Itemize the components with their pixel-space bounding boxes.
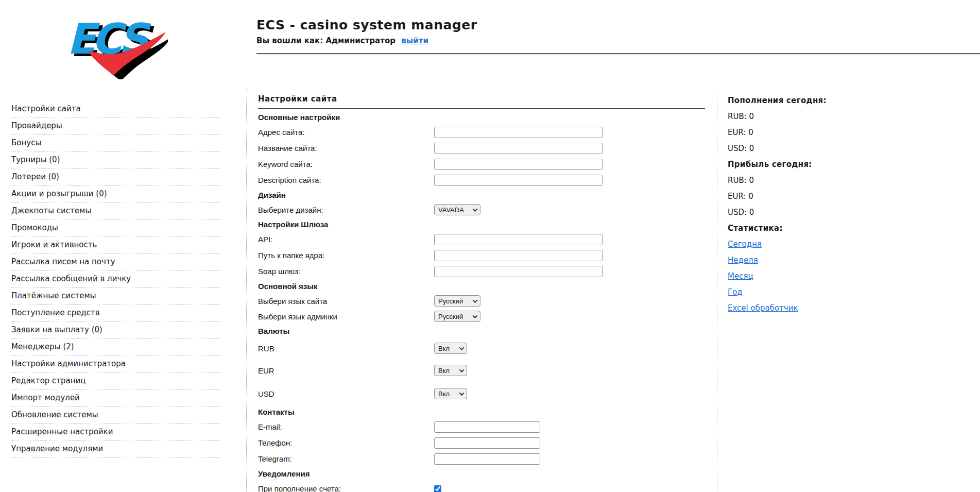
api-input[interactable] xyxy=(434,234,603,245)
chevron-down-icon xyxy=(459,345,465,350)
field-label: EUR xyxy=(258,366,434,375)
login-status: Вы вошли как: Администратор выйти xyxy=(256,36,477,45)
sidebar-item-providers[interactable]: Провайдеры xyxy=(11,117,220,134)
form-row: При пополнение счета: xyxy=(258,481,717,492)
form-row: API: xyxy=(258,231,717,247)
site-language-select[interactable]: Русский xyxy=(434,295,480,307)
soap-gateway-input[interactable] xyxy=(434,266,603,277)
statistics-heading: Статистика: xyxy=(728,220,980,236)
chevron-down-icon xyxy=(473,207,478,212)
sidebar-item-players[interactable]: Игроки и активность xyxy=(11,236,220,253)
stats-link-today[interactable]: Сегодня xyxy=(728,240,762,249)
section-heading-gateway: Настройки Шлюза xyxy=(258,217,717,231)
design-select[interactable]: VAVADA xyxy=(434,204,480,215)
deposits-eur-value: EUR: 0 xyxy=(728,124,980,140)
email-input[interactable] xyxy=(434,421,540,433)
sidebar-item-managers[interactable]: Менеджеры (2) xyxy=(11,338,220,355)
site-name-input[interactable] xyxy=(434,143,603,154)
stats-link-week[interactable]: Неделя xyxy=(728,256,758,265)
form-row: EUR Вкл xyxy=(258,359,717,382)
form-row: Выберите дизайн: VAVADA xyxy=(258,202,717,217)
form-row: Description сайта: xyxy=(258,172,717,188)
sidebar-item-email-mailing[interactable]: Рассылка писем на почту xyxy=(11,253,220,270)
sidebar-item-system-update[interactable]: Обновление системы xyxy=(11,406,220,423)
logout-link[interactable]: выйти xyxy=(401,36,428,45)
profit-rub-value: RUB: 0 xyxy=(728,172,980,188)
eur-toggle-select[interactable]: Вкл xyxy=(434,365,467,376)
sidebar-item-jackpots[interactable]: Джекпоты системы xyxy=(11,202,220,219)
sidebar-item-advanced[interactable]: Расширенные настройки xyxy=(11,423,220,440)
profit-today-heading: Прибыль сегодня: xyxy=(728,156,980,172)
section-heading-general: Основные настройки xyxy=(258,110,717,124)
form-row: Выбери язык админки Русский xyxy=(258,309,717,324)
form-row: RUB Вкл xyxy=(258,338,717,359)
form-row: USD Вкл xyxy=(258,382,717,405)
form-row: Выбери язык сайта Русский xyxy=(258,293,717,309)
sidebar-nav: Настройки сайта Провайдеры Бонусы Турнир… xyxy=(0,89,246,492)
profit-eur-value: EUR: 0 xyxy=(728,188,980,204)
deposits-rub-value: RUB: 0 xyxy=(728,108,980,124)
sidebar-item-payout-requests[interactable]: Заявки на выплату (0) xyxy=(11,321,220,338)
sidebar-item-payment-systems[interactable]: Платёжные системы xyxy=(11,287,220,304)
field-label: Soap шлюз: xyxy=(258,267,434,276)
sidebar-item-site-settings[interactable]: Настройки сайта xyxy=(11,100,220,117)
admin-language-value: Русский xyxy=(438,313,463,320)
eur-toggle-value: Вкл xyxy=(438,367,450,375)
stats-link-month[interactable]: Месяц xyxy=(728,272,753,281)
header: ECS - casino system manager Вы вошли как… xyxy=(256,18,477,45)
login-user: Администратор xyxy=(325,36,396,45)
deposits-usd-value: USD: 0 xyxy=(728,140,980,156)
design-select-value: VAVADA xyxy=(438,206,464,214)
section-heading-notifications: Уведомления xyxy=(258,467,717,481)
telegram-input[interactable] xyxy=(434,453,540,465)
field-label: Адрес сайта: xyxy=(258,128,434,137)
field-label: Выбери язык сайта xyxy=(258,297,434,306)
usd-toggle-value: Вкл xyxy=(438,390,450,398)
site-address-input[interactable] xyxy=(434,127,603,138)
sidebar-item-bonuses[interactable]: Бонусы xyxy=(11,134,220,151)
core-path-input[interactable] xyxy=(434,250,603,261)
form-row: Телефон: xyxy=(258,435,717,451)
section-heading-language: Основной язык xyxy=(258,279,717,293)
field-label: Телефон: xyxy=(258,438,434,447)
sidebar-item-pm-mailing[interactable]: Рассылка сообщений в личку xyxy=(11,270,220,287)
field-label: Telegram: xyxy=(258,454,434,463)
section-title-divider xyxy=(258,108,705,109)
form-row: Keyword сайта: xyxy=(258,156,717,172)
site-description-input[interactable] xyxy=(434,175,603,186)
site-language-value: Русский xyxy=(438,297,463,305)
field-label: Выбери язык админки xyxy=(258,312,434,321)
admin-language-select[interactable]: Русский xyxy=(434,311,480,322)
main-content: Настройки сайта Основные настройки Адрес… xyxy=(246,89,717,492)
usd-toggle-select[interactable]: Вкл xyxy=(434,388,467,399)
ecs-logo: ECS ECS xyxy=(65,8,168,79)
sidebar-item-page-editor[interactable]: Редактор страниц xyxy=(11,372,220,389)
sidebar-item-admin-settings[interactable]: Настройки администратора xyxy=(11,355,220,372)
site-keyword-input[interactable] xyxy=(434,159,603,170)
stats-panel: Пополнения сегодня: RUB: 0 EUR: 0 USD: 0… xyxy=(717,89,980,492)
section-title: Настройки сайта xyxy=(258,94,717,104)
section-heading-contacts: Контакты xyxy=(258,405,717,419)
phone-input[interactable] xyxy=(434,437,540,449)
sidebar-item-promocodes[interactable]: Промокоды xyxy=(11,219,220,236)
stats-link-year[interactable]: Год xyxy=(728,287,743,297)
section-heading-design: Дизайн xyxy=(258,188,717,202)
field-label: RUB xyxy=(258,344,434,353)
sidebar-item-modules[interactable]: Управление модулями xyxy=(11,440,220,457)
rub-toggle-select[interactable]: Вкл xyxy=(434,343,467,354)
site-settings-form: Основные настройки Адрес сайта: Название… xyxy=(258,110,717,492)
section-heading-currencies: Валюты xyxy=(258,324,717,338)
field-label: Description сайта: xyxy=(258,176,434,184)
sidebar-item-tournaments[interactable]: Турниры (0) xyxy=(11,151,220,168)
sidebar-item-lotteries[interactable]: Лотереи (0) xyxy=(11,168,220,185)
rub-toggle-value: Вкл xyxy=(438,345,450,352)
field-label: Keyword сайта: xyxy=(258,160,434,168)
sidebar-item-module-import[interactable]: Импорт модулей xyxy=(11,389,220,406)
chevron-down-icon xyxy=(459,367,465,372)
stats-link-excel[interactable]: Excel обработчик xyxy=(728,303,798,313)
deposit-notification-checkbox[interactable] xyxy=(434,485,441,492)
sidebar-item-promotions[interactable]: Акции и розыгрыши (0) xyxy=(11,185,220,202)
sidebar-item-incoming-funds[interactable]: Поступление средств xyxy=(11,304,220,321)
page-title: ECS - casino system manager xyxy=(256,18,477,32)
field-label: Выберите дизайн: xyxy=(258,206,434,214)
